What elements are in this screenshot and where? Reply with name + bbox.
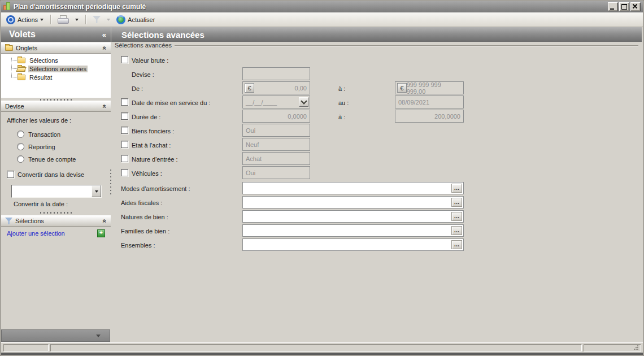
status-panel-left — [3, 344, 49, 351]
window-title: Plan d'amortissement périodique cumulé — [14, 3, 146, 11]
refresh-button[interactable]: Actualiser — [115, 14, 156, 25]
duree-input[interactable]: 0,0000 — [242, 110, 310, 123]
au-input[interactable]: 08/09/2021 — [395, 95, 464, 108]
radio-icon[interactable] — [17, 155, 24, 163]
folder-open-icon — [18, 66, 25, 72]
onglets-label: Onglets — [16, 45, 37, 51]
filter-icon — [93, 16, 101, 23]
valeur-brute-label: Valeur brute : — [132, 57, 168, 64]
aides-browse-button[interactable]: … — [451, 198, 462, 207]
radio-transaction[interactable]: Transaction — [17, 131, 60, 138]
currency-combobox[interactable] — [11, 185, 102, 198]
familles-input[interactable]: … — [242, 224, 464, 237]
add-selection-row: Ajouter une sélection + — [7, 229, 105, 237]
actions-button[interactable]: Actions — [5, 14, 45, 25]
show-values-label: Afficher les valeurs de : — [7, 117, 71, 124]
print-button[interactable] — [56, 14, 71, 25]
minimize-button[interactable] — [608, 2, 618, 11]
close-button[interactable] — [630, 2, 641, 11]
maximize-icon — [621, 4, 627, 10]
nature-entree-input[interactable]: Achat — [242, 152, 310, 165]
familles-label: Familles de bien : — [121, 228, 169, 235]
radio-reporting[interactable]: Reporting — [17, 143, 55, 150]
print-dropdown-button[interactable] — [73, 18, 80, 22]
vehicules-input[interactable]: Oui — [242, 166, 310, 179]
splitter-handle[interactable] — [40, 212, 72, 214]
groupbox-line — [175, 45, 638, 46]
biens-fonciers-checkbox[interactable] — [121, 127, 128, 134]
section-header-onglets[interactable]: Onglets « — [1, 42, 111, 54]
vehicules-checkbox[interactable] — [121, 169, 128, 176]
sidebar-collapse-button[interactable]: « — [102, 31, 106, 39]
resize-grip[interactable] — [637, 349, 638, 350]
tree-item-selections-avancees[interactable]: Sélections avancées — [1, 64, 111, 73]
date-service-combobox[interactable]: __/__/____ — [242, 95, 310, 108]
radio-icon[interactable] — [17, 131, 24, 138]
sidebar: Volets « Onglets « Sélections Sélections… — [1, 27, 111, 342]
print-dropdown-icon — [75, 19, 79, 21]
collapse-up-icon[interactable]: « — [101, 46, 109, 50]
natures-input[interactable]: … — [242, 210, 464, 223]
tabs-tree: Sélections Sélections avancées Résultat — [1, 54, 111, 98]
combo-dropdown-button[interactable] — [92, 185, 101, 197]
toolbar: Actions Actualiser — [1, 12, 643, 27]
natures-browse-button[interactable]: … — [451, 212, 462, 221]
window-controls — [608, 2, 641, 11]
modes-input[interactable]: … — [242, 182, 464, 194]
familles-browse-button[interactable]: … — [451, 226, 462, 235]
bottom-bar-dropdown-icon — [96, 335, 101, 337]
groupbox-label: Sélections avancées — [115, 42, 172, 49]
section-header-devise[interactable]: Devise « — [1, 101, 111, 112]
currency-euro-button[interactable]: € — [245, 83, 254, 93]
devise-input[interactable] — [242, 67, 310, 80]
status-panel-right — [584, 344, 641, 351]
biens-fonciers-input[interactable]: Oui — [242, 124, 310, 137]
folder-icon — [5, 45, 13, 51]
de-input[interactable]: € 0,00 — [242, 81, 310, 94]
add-selection-button[interactable]: + — [97, 229, 105, 237]
sidebar-bottom-bar[interactable] — [1, 329, 110, 342]
currency-euro-button[interactable]: € — [397, 83, 407, 93]
actions-dropdown-icon — [40, 19, 43, 21]
tree-item-selections[interactable]: Sélections — [1, 56, 111, 64]
a1-input[interactable]: € 999 999 999 999,00 — [395, 81, 464, 94]
duree-checkbox[interactable] — [121, 112, 128, 120]
natures-label: Natures de bien : — [121, 214, 168, 220]
radio-tenue-de-compte[interactable]: Tenue de compte — [17, 155, 76, 163]
refresh-label: Actualiser — [128, 16, 155, 23]
tree-item-resultat[interactable]: Résultat — [1, 73, 111, 81]
status-bar — [1, 342, 643, 353]
radio-icon[interactable] — [17, 143, 24, 150]
ensembles-input[interactable]: … — [242, 238, 464, 251]
collapse-up-icon[interactable]: « — [101, 105, 109, 108]
add-selection-link[interactable]: Ajouter une sélection — [7, 230, 65, 237]
etat-achat-checkbox[interactable] — [121, 141, 128, 148]
ensembles-label: Ensembles : — [121, 242, 155, 249]
main-panel: Sélections avancées Sélections avancées … — [111, 27, 642, 342]
folder-icon — [18, 75, 25, 80]
section-header-selections[interactable]: Sélections « — [1, 215, 111, 227]
aides-label: Aides fiscales : — [121, 199, 162, 206]
convert-currency-checkbox[interactable] — [7, 171, 14, 178]
modes-label: Modes d'amortissement : — [121, 185, 190, 192]
convert-currency-row: Convertir dans la devise — [7, 171, 84, 178]
date-service-checkbox[interactable] — [121, 98, 128, 106]
aides-input[interactable]: … — [242, 196, 464, 209]
status-panel-main — [50, 344, 582, 351]
devise-label: Devise — [5, 103, 24, 110]
collapse-up-icon[interactable]: « — [101, 219, 109, 223]
main-header: Sélections avancées — [111, 27, 642, 42]
valeur-brute-checkbox[interactable] — [121, 56, 128, 63]
a2-input[interactable]: 200,0000 — [395, 110, 464, 123]
date-dropdown-button[interactable] — [299, 97, 308, 107]
modes-browse-button[interactable]: … — [451, 184, 462, 193]
minimize-icon — [610, 8, 614, 10]
ensembles-browse-button[interactable]: … — [451, 240, 462, 249]
maximize-button[interactable] — [619, 2, 629, 11]
sidebar-title: Volets — [9, 29, 36, 40]
window-bottom-edge — [1, 353, 643, 355]
filter-icon — [5, 218, 12, 224]
etat-achat-input[interactable]: Neuf — [242, 138, 310, 151]
de-label: De : — [132, 85, 143, 92]
nature-entree-checkbox[interactable] — [121, 155, 128, 162]
